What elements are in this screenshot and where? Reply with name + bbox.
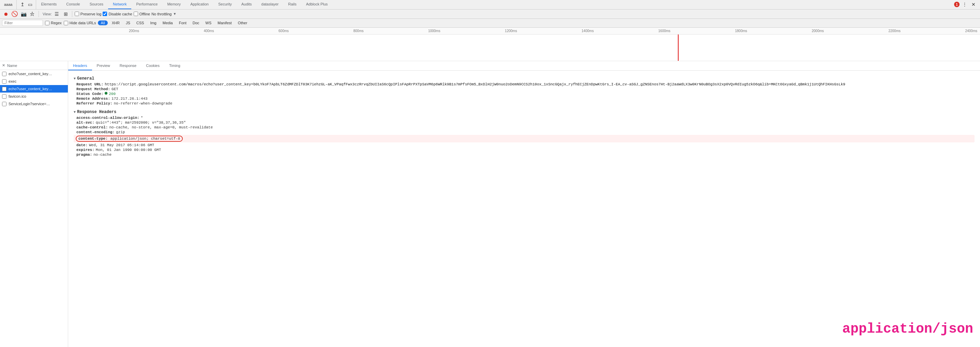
- request-method-value: GET: [111, 87, 118, 91]
- general-section-title: General: [77, 76, 94, 81]
- filter-ws-button[interactable]: WS: [203, 21, 213, 25]
- hide-data-urls-checkbox[interactable]: Hide data URLs: [64, 21, 96, 25]
- filter-js-button[interactable]: JS: [124, 21, 132, 25]
- camera-button[interactable]: 📷: [20, 10, 27, 18]
- offline-checkbox[interactable]: Offline: [134, 11, 150, 16]
- request-item-3[interactable]: favicon.ico: [0, 93, 68, 100]
- tab-rails[interactable]: Rails: [283, 0, 301, 9]
- tab-performance[interactable]: Performance: [131, 0, 162, 9]
- tab-sources[interactable]: Sources: [85, 0, 108, 9]
- request-checkbox-1[interactable]: [2, 79, 6, 84]
- close-panel-button[interactable]: ✕: [2, 63, 5, 68]
- request-item-1[interactable]: exec: [0, 78, 68, 85]
- tab-console[interactable]: Console: [61, 0, 84, 9]
- filter-css-button[interactable]: CSS: [134, 21, 146, 25]
- view-waterfall-icon[interactable]: ⊞: [62, 10, 70, 18]
- response-headers-arrow: ▼: [74, 110, 76, 114]
- status-code-value: 200: [109, 92, 116, 96]
- remote-address-row: Remote Address: 172.217.26.1:443: [74, 97, 975, 101]
- throttle-selector[interactable]: No throttling ▼: [151, 12, 176, 16]
- filter-bar: Regex Hide data URLs All XHR JS CSS Img …: [0, 19, 980, 28]
- date-value: Wed, 31 May 2017 05:14:06 GMT: [89, 143, 154, 147]
- filter-media-button[interactable]: Media: [161, 21, 175, 25]
- page-title: aaaa: [0, 0, 17, 9]
- device-icon[interactable]: ▭: [26, 1, 34, 8]
- altsvc-value: quic=":443"; ma=2592000; v="38,37,36,35": [96, 121, 186, 125]
- cache-control-label: cache-control:: [76, 125, 108, 130]
- status-code-row: Status Code: 200: [74, 92, 975, 96]
- filter-button[interactable]: ⛥: [29, 10, 36, 18]
- tick-2000: 2000ms: [811, 29, 824, 33]
- filter-img-button[interactable]: Img: [148, 21, 158, 25]
- tab-application[interactable]: Application: [186, 0, 213, 9]
- cursor-icon[interactable]: ↥: [19, 1, 26, 8]
- tick-1200: 1200ms: [505, 29, 517, 33]
- tab-memory[interactable]: Memory: [162, 0, 186, 9]
- throttle-dropdown-arrow: ▼: [173, 12, 176, 16]
- request-list-header: ✕ Name: [0, 61, 68, 70]
- request-item-2[interactable]: echo?user_content_key…: [0, 85, 68, 93]
- response-headers-title: Response Headers: [77, 110, 116, 114]
- pragma-value: no-cache: [94, 153, 111, 157]
- more-options-icon[interactable]: ⋮: [961, 1, 969, 8]
- record-button[interactable]: ⏺: [2, 10, 10, 18]
- preserve-log-checkbox[interactable]: Preserve log: [75, 11, 102, 16]
- tab-security[interactable]: Security: [213, 0, 237, 9]
- tab-elements[interactable]: Elements: [36, 0, 61, 9]
- request-method-row: Request Method: GET: [74, 87, 975, 91]
- request-checkbox-4[interactable]: [2, 102, 6, 106]
- detail-tab-preview[interactable]: Preview: [92, 61, 115, 70]
- request-item-0[interactable]: echo?user_content_key…: [0, 70, 68, 78]
- detail-tab-response[interactable]: Response: [115, 61, 142, 70]
- expires-value: Mon, 01 Jan 1990 00:00:00 GMT: [96, 148, 161, 152]
- tab-adblock[interactable]: Adblock Plus: [301, 0, 333, 9]
- expires-label: expires:: [76, 148, 94, 152]
- timeline: 200ms 400ms 600ms 800ms 1000ms 1200ms 14…: [0, 28, 980, 61]
- request-checkbox-0[interactable]: [2, 72, 6, 76]
- detail-content: ▼ General Request URL: https://script.go…: [68, 71, 980, 347]
- disable-cache-checkbox[interactable]: Disable cache: [103, 11, 132, 16]
- request-checkbox-2[interactable]: [2, 87, 6, 91]
- tick-2200: 2200ms: [888, 29, 900, 33]
- referrer-policy-value: no-referrer-when-downgrade: [114, 101, 173, 106]
- detail-tab-bar: Headers Preview Response Cookies Timing: [68, 61, 980, 71]
- remote-address-value: 172.217.26.1:443: [111, 97, 148, 101]
- remote-address-label: Remote Address:: [76, 97, 110, 101]
- detail-tab-timing[interactable]: Timing: [164, 61, 185, 70]
- response-headers-section-header[interactable]: ▼ Response Headers: [74, 110, 975, 114]
- tab-audits[interactable]: Audits: [237, 0, 257, 9]
- request-checkbox-3[interactable]: [2, 94, 6, 99]
- request-url-label: Request URL:: [76, 82, 103, 86]
- filter-font-button[interactable]: Font: [177, 21, 189, 25]
- request-name-2: echo?user_content_key…: [8, 87, 52, 91]
- timeline-ruler: 200ms 400ms 600ms 800ms 1000ms 1200ms 14…: [0, 28, 980, 35]
- tick-800: 800ms: [353, 29, 363, 33]
- filter-doc-button[interactable]: Doc: [191, 21, 202, 25]
- filter-input[interactable]: [2, 20, 43, 26]
- regex-checkbox[interactable]: Regex: [45, 21, 62, 25]
- status-indicator: [105, 92, 107, 94]
- tab-dataslayer[interactable]: dataslayer: [256, 0, 283, 9]
- general-section-header[interactable]: ▼ General: [74, 76, 975, 81]
- content-type-label: content-type:: [78, 137, 108, 141]
- filter-manifest-button[interactable]: Manifest: [215, 21, 234, 25]
- request-item-4[interactable]: ServiceLogin?service=…: [0, 100, 68, 107]
- filter-all-button[interactable]: All: [98, 21, 107, 25]
- clear-button[interactable]: 🚫: [11, 10, 18, 18]
- close-icon[interactable]: ✕: [970, 1, 977, 8]
- filter-xhr-button[interactable]: XHR: [110, 21, 122, 25]
- tab-actions: 1 ⋮ ✕: [951, 0, 980, 9]
- acao-label: access-control-allow-origin:: [76, 116, 140, 120]
- pragma-label: pragma:: [76, 153, 92, 157]
- content-encoding-value: gzip: [116, 130, 125, 134]
- request-name-0: echo?user_content_key…: [8, 72, 52, 76]
- altsvc-row: alt-svc: quic=":443"; ma=2592000; v="38,…: [74, 121, 975, 125]
- tab-network[interactable]: Network: [108, 0, 131, 9]
- detail-tab-headers[interactable]: Headers: [68, 61, 92, 70]
- view-list-icon[interactable]: ☰: [53, 10, 61, 18]
- filter-other-button[interactable]: Other: [236, 21, 250, 25]
- content-encoding-row: content-encoding: gzip: [74, 130, 975, 134]
- tick-600: 600ms: [278, 29, 289, 33]
- tick-1000: 1000ms: [428, 29, 441, 33]
- detail-tab-cookies[interactable]: Cookies: [141, 61, 164, 70]
